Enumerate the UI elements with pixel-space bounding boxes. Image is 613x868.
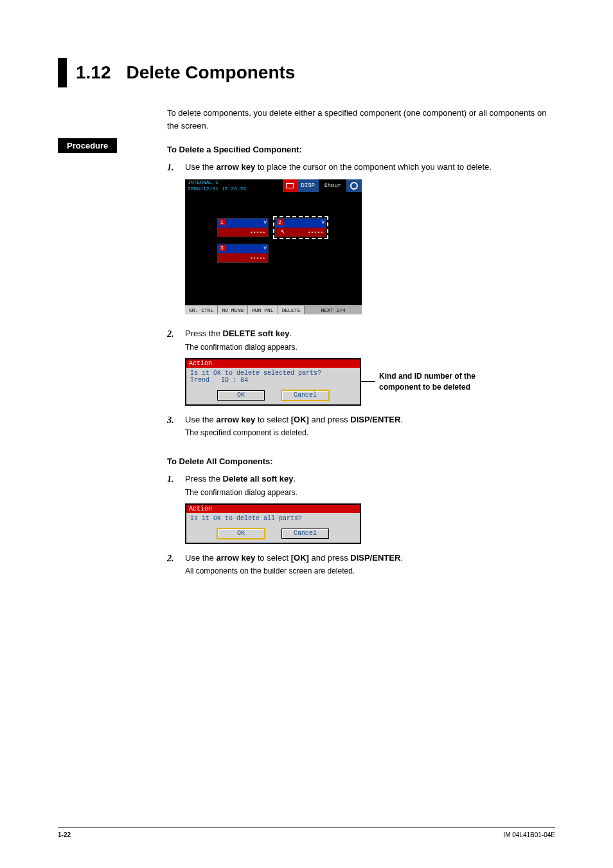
text: . <box>293 474 296 484</box>
softkey[interactable]: NEXT 2/4 <box>305 305 362 314</box>
dialog-message: Is it OK to delete all parts? <box>186 513 360 526</box>
screen-datetime: 2008/12/01 13:26:35 <box>188 186 280 192</box>
cursor-arrow-icon: ↖ <box>281 227 285 235</box>
trend-box-selected: 2 V ↖ ***** <box>275 218 326 237</box>
procedure-label: Procedure <box>58 138 117 153</box>
dialog-buttons: OK Cancel <box>186 388 360 404</box>
step-text: Use the arrow key to select [OK] and pre… <box>185 552 555 577</box>
screenshot-title-area: INTERNAL 1 2008/12/01 13:26:35 <box>185 179 283 192</box>
softkey[interactable]: DELETE <box>278 305 305 314</box>
dialog-message: Is it OK to delete selected parts? <box>186 368 360 377</box>
step-number: 1. <box>167 473 185 498</box>
doc-id: IM 04L41B01-04E <box>503 831 555 838</box>
text: . <box>400 553 403 563</box>
step: 3. Use the arrow key to select [OK] and … <box>167 413 555 439</box>
step-subtext: The confirmation dialog appears. <box>185 487 555 498</box>
ok-button[interactable]: OK <box>217 529 265 539</box>
svg-rect-1 <box>287 184 293 188</box>
text: and press <box>309 415 350 424</box>
text: . <box>400 415 403 424</box>
text-bold: DISP/ENTER <box>350 415 400 424</box>
text-bold: arrow key <box>216 162 255 172</box>
callout-line2: component to be deleted <box>379 383 470 392</box>
text: to place the cursor on the component whi… <box>255 162 492 172</box>
disp-label: DISP <box>297 179 319 192</box>
step-subtext: The specified component is deleted. <box>185 427 555 439</box>
step-text: Use the arrow key to place the cursor on… <box>185 161 555 174</box>
step-number: 2. <box>167 327 185 353</box>
heading-bar <box>58 58 67 87</box>
trend-box: 3 V ***** <box>217 244 269 263</box>
trend-unit: V <box>263 219 267 225</box>
dialog-target: Trend ID : 84 <box>186 377 360 385</box>
svg-point-2 <box>351 183 357 189</box>
alarm-icon <box>283 179 297 192</box>
text: Press the <box>185 474 223 484</box>
callout-line1: Kind and ID number of the <box>379 372 475 381</box>
confirm-dialog: Action Is it OK to delete selected parts… <box>185 358 361 406</box>
page: 1.12 Delete Components To delete compone… <box>0 0 613 868</box>
trend-value: ***** <box>250 256 265 262</box>
text-bold: arrow key <box>216 415 255 424</box>
page-footer: 1-22 IM 04L41B01-04E <box>58 827 555 838</box>
step: 1. Press the Delete all soft key. The co… <box>167 473 555 498</box>
step-text: Press the Delete all soft key. The confi… <box>185 473 555 498</box>
step: 2. Use the arrow key to select [OK] and … <box>167 552 555 577</box>
dialog-kind: Trend <box>190 377 209 384</box>
subhead-delete-all: To Delete All Components: <box>167 457 555 466</box>
trend-unit: V <box>321 219 324 225</box>
section-heading: 1.12 Delete Components <box>58 58 555 87</box>
softkey[interactable]: NO MENU <box>218 305 248 314</box>
dialog-title: Action <box>186 359 360 368</box>
step: 2. Press the DELETE soft key. The confir… <box>167 327 555 353</box>
text: Use the <box>185 415 216 424</box>
step: 1. Use the arrow key to place the cursor… <box>167 161 555 174</box>
step-text: Use the arrow key to select [OK] and pre… <box>185 413 555 439</box>
procedure-body: To Delete a Specified Component: 1. Use … <box>167 145 555 577</box>
time-label: 1hour <box>319 179 346 192</box>
step-number: 1. <box>167 161 185 174</box>
page-number: 1-22 <box>58 831 71 838</box>
record-icon <box>346 179 362 192</box>
text-bold: arrow key <box>216 553 255 563</box>
dialog-id: ID : 84 <box>221 377 248 384</box>
confirm-dialog-all: Action Is it OK to delete all parts? OK … <box>185 503 361 544</box>
text: Use the <box>185 553 216 563</box>
text-bold: [OK] <box>291 553 309 563</box>
text: . <box>290 329 292 338</box>
heading-title: Delete Components <box>127 62 296 83</box>
step-subtext: All components on the builder screen are… <box>185 565 555 577</box>
step-number: 2. <box>167 552 185 577</box>
step-number: 3. <box>167 413 185 439</box>
text: Press the <box>185 329 223 338</box>
device-screenshot: INTERNAL 1 2008/12/01 13:26:35 DISP 1hou… <box>185 179 362 314</box>
trend-unit: V <box>263 245 267 251</box>
heading-number: 1.12 <box>76 62 111 83</box>
dialog-title: Action <box>186 505 360 513</box>
trend-value: ***** <box>250 230 265 236</box>
cancel-button[interactable]: Cancel <box>281 529 329 539</box>
cancel-button[interactable]: Cancel <box>281 390 329 401</box>
screenshot-topbar: INTERNAL 1 2008/12/01 13:26:35 DISP 1hou… <box>185 179 362 192</box>
callout-line <box>361 381 375 382</box>
screen-name: INTERNAL 1 <box>188 179 280 186</box>
text-bold: Delete all soft key <box>223 474 294 484</box>
text: to select <box>255 415 291 424</box>
trend-num: 2 <box>277 219 283 225</box>
text-bold: [OK] <box>291 415 309 424</box>
text-bold: DELETE soft key <box>223 329 290 338</box>
trend-value: ***** <box>308 230 323 236</box>
softkey[interactable]: RUN PNL <box>248 305 278 314</box>
trend-box: 1 V ***** <box>217 218 269 237</box>
step-text: Press the DELETE soft key. The confirmat… <box>185 327 555 353</box>
trend-num: 1 <box>219 219 225 225</box>
trend-boxes: 1 V ***** 2 V ↖ ***** 3 V ***** <box>217 218 339 263</box>
softkey[interactable]: GR. CTRL <box>185 305 218 314</box>
step-subtext: The confirmation dialog appears. <box>185 341 555 353</box>
body: To delete components, you delete either … <box>167 107 555 132</box>
text: Use the <box>185 162 216 172</box>
dialog-buttons: OK Cancel <box>186 526 360 543</box>
dialog-with-callout: Action Is it OK to delete selected parts… <box>185 358 555 406</box>
trend-num: 3 <box>219 245 225 251</box>
ok-button[interactable]: OK <box>217 390 265 401</box>
